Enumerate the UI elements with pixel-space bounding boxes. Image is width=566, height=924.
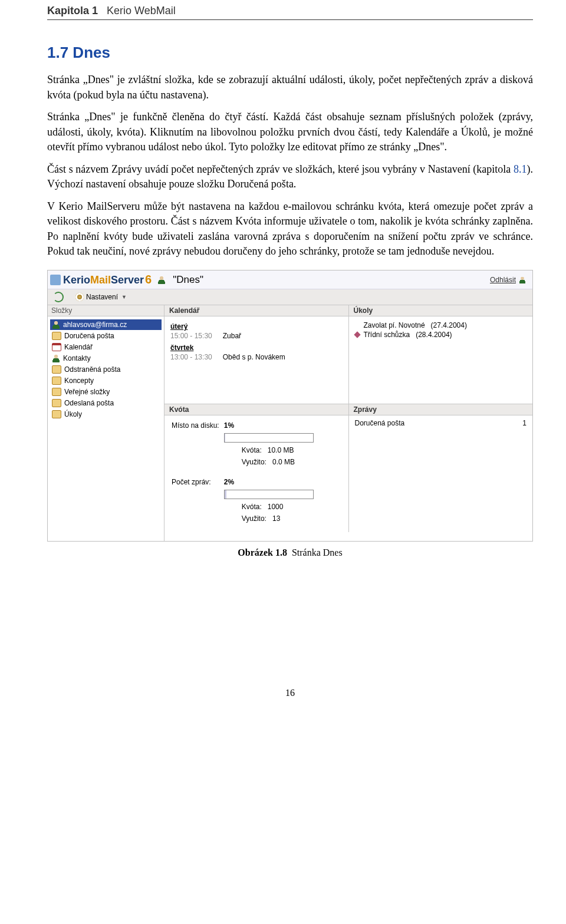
chevron-down-icon: ▼ (121, 294, 127, 300)
section-heading: 1.7 Dnes (47, 44, 533, 62)
person-icon (52, 354, 60, 362)
settings-label: Nastavení (86, 293, 118, 301)
tasks-pane-body: Zavolat pí. Novotné(27.4.2004)Třídní sch… (349, 316, 533, 404)
brand-server: Server (111, 274, 144, 286)
quota-table: Místo na disku: 1% Kvóta: 10.0 MB Využit… (170, 419, 318, 525)
chapter-title-text: Kerio WebMail (107, 5, 176, 16)
disk-percent: 1% (224, 421, 234, 430)
message-folder-label: Doručená pošta (355, 419, 405, 427)
folder-icon (52, 332, 61, 340)
body-paragraph: Stránka „Dnes" je funkčně členěna do čty… (47, 110, 533, 155)
brand-six: 6 (145, 273, 152, 286)
logout-label: Odhlásit (490, 276, 516, 284)
sidebar: Složky ahlavsova@firma.czDoručená poštaK… (48, 305, 164, 541)
folder-label: Kontakty (63, 354, 91, 362)
folder-label: Koncepty (64, 377, 94, 385)
msg-quota-label: Kvóta: (242, 503, 262, 511)
top-panes: Kalendář úterý15:00 - 15:30Zubařčtvrtek1… (164, 305, 532, 404)
body-paragraph: V Kerio MailServeru může být nastavena n… (47, 199, 533, 259)
gear-icon (75, 293, 84, 301)
tasks-pane: Úkoly Zavolat pí. Novotné(27.4.2004)Tříd… (348, 305, 533, 404)
brand-kerio: Kerio (63, 274, 90, 286)
logout-icon (519, 276, 526, 283)
brand-logo: KerioMailServer6 (63, 273, 152, 286)
toolbar: Nastavení ▼ (48, 289, 532, 305)
message-folder-count: 1 (522, 419, 526, 427)
disk-used-label: Využito: (242, 458, 266, 466)
disk-progress-bar (224, 433, 314, 443)
calendar-day-header: čtvrtek (170, 344, 343, 352)
message-folder-row[interactable]: Doručená pošta1 (355, 419, 527, 427)
folder-label: Doručená pošta (64, 332, 114, 340)
bottom-panes: Kvóta Místo na disku: 1% (164, 404, 532, 532)
folder-list: ahlavsova@firma.czDoručená poštaKalendář… (48, 316, 164, 423)
folder-label: Kalendář (64, 343, 93, 351)
event-time: 13:00 - 13:30 (170, 353, 212, 361)
disk-used-value: 0.0 MB (272, 458, 295, 466)
task-label: Zavolat pí. Novotné (364, 321, 425, 329)
crossref-link[interactable]: 8.1 (514, 163, 527, 175)
event-title: Zubař (223, 332, 241, 340)
chapter-title (101, 5, 107, 16)
folder-item[interactable]: Úkoly (50, 409, 162, 420)
folder-label: Úkoly (64, 410, 82, 418)
calendar-pane-header: Kalendář (164, 305, 348, 316)
folder-label: ahlavsova@firma.cz (63, 321, 127, 329)
main-area: Kalendář úterý15:00 - 15:30Zubařčtvrtek1… (164, 305, 532, 541)
folder-icon (52, 410, 61, 418)
tasks-pane-header: Úkoly (349, 305, 533, 316)
folder-label: Odstraněná pošta (64, 365, 120, 374)
folder-label: Veřejné složky (64, 388, 110, 396)
folder-label: Odeslaná pošta (64, 399, 114, 407)
folder-item[interactable]: Doručená pošta (50, 331, 162, 341)
folder-item[interactable]: Veřejné složky (50, 387, 162, 397)
msg-used-label: Využito: (242, 514, 266, 523)
event-time: 15:00 - 15:30 (170, 332, 212, 340)
msgcount-label: Počet zpráv: (172, 477, 223, 487)
folder-icon (52, 377, 61, 385)
refresh-button[interactable] (51, 291, 65, 303)
calendar-event[interactable]: 13:00 - 13:30Oběd s p. Novákem (170, 353, 343, 361)
folder-item[interactable]: Kalendář (50, 342, 162, 352)
task-item[interactable]: Třídní schůzka(28.4.2004) (355, 331, 527, 339)
msg-quota-value: 1000 (268, 503, 284, 511)
task-item[interactable]: Zavolat pí. Novotné(27.4.2004) (355, 321, 527, 329)
folder-item[interactable]: Koncepty (50, 375, 162, 386)
body-paragraph: Část s názvem Zprávy uvádí počet nepřečt… (47, 162, 533, 192)
calendar-event[interactable]: 15:00 - 15:30Zubař (170, 332, 343, 340)
folder-item[interactable]: Odeslaná pošta (50, 398, 162, 408)
folder-item[interactable]: Kontakty (50, 353, 162, 364)
folder-icon (52, 399, 61, 407)
figure-screenshot: KerioMailServer6 "Dnes" Odhlásit Nastave… (47, 270, 533, 542)
cal-icon (52, 343, 61, 351)
disk-label: Místo na disku: (172, 420, 223, 431)
msg-used-value: 13 (272, 514, 280, 523)
calendar-pane-body: úterý15:00 - 15:30Zubařčtvrtek13:00 - 13… (164, 316, 348, 404)
messages-pane-header: Zprávy (349, 404, 533, 415)
logout-link[interactable]: Odhlásit (490, 276, 526, 284)
task-date: (27.4.2004) (431, 321, 467, 329)
brand-logo-icon (50, 275, 61, 285)
folder-icon (52, 388, 61, 396)
body-paragraph: Stránka „Dnes" je zvláštní složka, kde s… (47, 72, 533, 103)
brand-mail: Mail (90, 274, 111, 286)
page-number: 16 (47, 688, 533, 698)
figure-caption-text: Stránka Dnes (292, 547, 343, 557)
folder-item[interactable]: ahlavsova@firma.cz (50, 319, 162, 330)
figure-caption: Obrázek 1.8 Stránka Dnes (47, 547, 533, 558)
messages-pane: Zprávy Doručená pošta1 (348, 404, 533, 532)
disk-quota-label: Kvóta: (242, 446, 262, 454)
task-date: (28.4.2004) (416, 331, 452, 339)
messages-pane-body: Doručená pošta1 (349, 415, 533, 461)
sidebar-header: Složky (48, 305, 164, 316)
msgcount-progress-bar (224, 490, 314, 499)
folder-item[interactable]: Odstraněná pošta (50, 364, 162, 375)
task-label: Třídní schůzka (364, 331, 410, 339)
folder-icon (52, 365, 61, 374)
flag-icon (354, 331, 360, 338)
quota-pane-header: Kvóta (164, 404, 348, 415)
calendar-pane: Kalendář úterý15:00 - 15:30Zubařčtvrtek1… (164, 305, 348, 404)
app-body: Složky ahlavsova@firma.czDoručená poštaK… (48, 305, 532, 541)
person-icon (157, 276, 166, 284)
settings-button[interactable]: Nastavení ▼ (74, 292, 129, 302)
